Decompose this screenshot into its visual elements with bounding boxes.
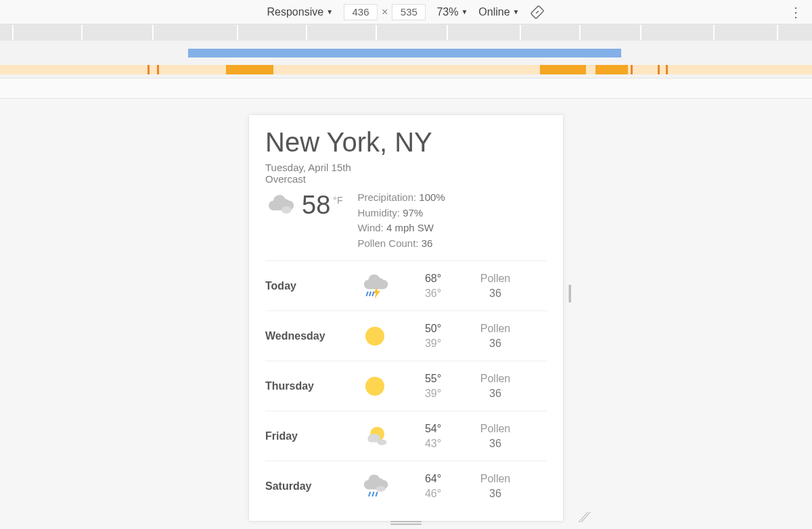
toolbar-gap bbox=[0, 78, 812, 99]
day-temps: 54° 43° bbox=[402, 421, 464, 451]
resize-handle-bottom-icon[interactable] bbox=[390, 521, 422, 525]
weather-card: New York, NY Tuesday, April 15th Overcas… bbox=[249, 115, 563, 511]
forecast-row[interactable]: Today 68° 36° bbox=[265, 261, 547, 311]
svg-line-5 bbox=[369, 292, 371, 295]
timeline-main-task bbox=[188, 49, 621, 58]
date-label: Tuesday, April 15th bbox=[265, 162, 547, 173]
svg-point-8 bbox=[365, 377, 384, 396]
svg-line-6 bbox=[373, 292, 374, 295]
svg-point-7 bbox=[365, 327, 384, 346]
current-temp: 58 °F bbox=[302, 191, 342, 220]
day-pollen: Pollen 36 bbox=[464, 271, 526, 300]
network-label: Online bbox=[478, 6, 510, 18]
day-name: Saturday bbox=[265, 480, 348, 492]
forecast-row[interactable]: Thursday 55° 39° Pollen 36 bbox=[265, 361, 547, 411]
day-temps: 68° 36° bbox=[402, 271, 464, 300]
svg-line-12 bbox=[369, 492, 370, 496]
zoom-select[interactable]: 73% ▼ bbox=[436, 6, 468, 18]
day-name: Today bbox=[265, 280, 348, 292]
timeline-marker bbox=[631, 65, 633, 74]
device-toolbar: Responsive ▼ × 73% ▼ Online ▼ ⋮ bbox=[0, 0, 812, 24]
day-temps: 50° 39° bbox=[402, 321, 464, 350]
day-temps: 55° 39° bbox=[402, 371, 464, 400]
svg-line-14 bbox=[376, 492, 378, 496]
forecast-row[interactable]: Saturday 64° 46° bbox=[265, 461, 547, 511]
svg-line-13 bbox=[373, 492, 374, 496]
resize-handle-right-icon[interactable]: || bbox=[567, 281, 569, 303]
sunny-icon bbox=[348, 372, 402, 400]
timeline-segment bbox=[595, 65, 628, 74]
timeline-marker bbox=[157, 65, 159, 74]
rotate-device-icon[interactable] bbox=[530, 5, 545, 20]
temp-unit: °F bbox=[333, 195, 342, 206]
day-pollen: Pollen 36 bbox=[464, 472, 526, 501]
width-input[interactable] bbox=[344, 4, 378, 20]
resize-handle-corner-icon[interactable]: ⁄⁄ bbox=[581, 510, 589, 525]
device-select-label: Responsive bbox=[267, 6, 324, 18]
day-name: Wednesday bbox=[265, 330, 348, 342]
city-title: New York, NY bbox=[265, 127, 547, 158]
current-conditions: 58 °F Precipitation: 100% Humidity: 97% … bbox=[265, 189, 547, 260]
more-options-icon[interactable]: ⋮ bbox=[789, 5, 803, 19]
svg-line-1 bbox=[537, 11, 539, 14]
day-pollen: Pollen 36 bbox=[464, 321, 526, 350]
svg-line-4 bbox=[367, 292, 368, 295]
svg-point-10 bbox=[378, 439, 387, 445]
timeline-idle-band bbox=[0, 65, 812, 74]
partly-cloudy-icon bbox=[348, 422, 402, 451]
timeline-segment bbox=[226, 65, 273, 74]
height-input[interactable] bbox=[392, 4, 426, 20]
timeline-marker bbox=[666, 65, 668, 74]
dimension-separator: × bbox=[382, 6, 388, 18]
day-pollen: Pollen 36 bbox=[464, 421, 526, 451]
forecast-row[interactable]: Wednesday 50° 39° Pollen 36 bbox=[265, 311, 547, 361]
day-name: Friday bbox=[265, 430, 348, 442]
overcast-icon bbox=[265, 189, 295, 221]
showers-icon bbox=[348, 472, 402, 501]
dimension-inputs: × bbox=[344, 4, 426, 20]
device-frame: New York, NY Tuesday, April 15th Overcas… bbox=[249, 115, 563, 521]
chevron-down-icon: ▼ bbox=[461, 8, 468, 16]
forecast-list: Today 68° 36° bbox=[265, 260, 547, 511]
network-select[interactable]: Online ▼ bbox=[478, 6, 519, 18]
day-temps: 64° 46° bbox=[402, 472, 464, 501]
timeline-marker bbox=[148, 65, 150, 74]
storm-icon bbox=[348, 272, 402, 300]
day-name: Thursday bbox=[265, 380, 348, 392]
condition-label: Overcast bbox=[265, 173, 547, 185]
timeline-segment bbox=[540, 65, 586, 74]
device-viewport: New York, NY Tuesday, April 15th Overcas… bbox=[0, 99, 812, 529]
svg-point-11 bbox=[376, 486, 386, 492]
svg-point-2 bbox=[281, 206, 292, 214]
breakpoint-ruler[interactable] bbox=[0, 24, 812, 41]
timeline-marker bbox=[658, 65, 660, 74]
day-pollen: Pollen 36 bbox=[464, 371, 526, 400]
sunny-icon bbox=[348, 322, 402, 350]
current-details: Precipitation: 100% Humidity: 97% Wind: … bbox=[357, 189, 445, 251]
device-select[interactable]: Responsive ▼ bbox=[267, 6, 334, 18]
forecast-row[interactable]: Friday 54° 43° Pollen 36 bbox=[265, 411, 547, 461]
zoom-label: 73% bbox=[436, 6, 458, 18]
chevron-down-icon: ▼ bbox=[513, 8, 520, 16]
timeline[interactable] bbox=[0, 41, 812, 78]
chevron-down-icon: ▼ bbox=[326, 8, 333, 16]
